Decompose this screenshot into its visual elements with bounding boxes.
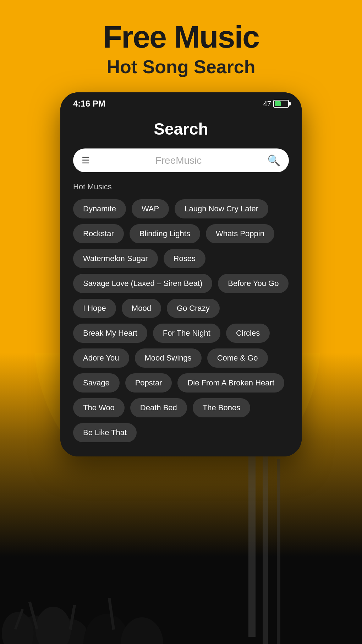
tag-item[interactable]: The Woo [73, 398, 125, 417]
tag-item[interactable]: Watermelon Sugar [73, 249, 158, 268]
tag-item[interactable]: Mood [122, 299, 161, 318]
tag-item[interactable]: For The Night [153, 324, 220, 343]
tag-item[interactable]: Die From A Broken Heart [177, 373, 284, 393]
tag-item[interactable]: Go Crazy [167, 299, 220, 318]
tag-item[interactable]: Dynamite [73, 199, 126, 218]
search-icon[interactable]: 🔍 [267, 154, 280, 167]
tag-item[interactable]: I Hope [73, 299, 116, 318]
status-battery: 47 [263, 100, 289, 108]
tag-item[interactable]: Break My Heart [73, 324, 147, 343]
tag-item[interactable]: Savage [73, 373, 120, 393]
tag-item[interactable]: Laugh Now Cry Later [175, 199, 268, 218]
tag-item[interactable]: The Bones [193, 398, 250, 417]
tag-item[interactable]: Roses [164, 249, 205, 268]
tag-item[interactable]: Be Like That [73, 423, 137, 442]
tag-item[interactable]: Whats Poppin [206, 224, 274, 243]
search-title: Search [73, 119, 289, 139]
svg-rect-5 [277, 459, 280, 644]
svg-point-10 [35, 607, 71, 644]
battery-icon [273, 100, 289, 108]
tag-item[interactable]: WAP [132, 199, 169, 218]
phone-mockup: 4:16 PM 47 Search ☰ FreeMusic 🔍 Hot Musi… [60, 92, 302, 456]
tag-item[interactable]: Before You Go [218, 274, 289, 293]
menu-icon[interactable]: ☰ [82, 155, 90, 166]
search-bar[interactable]: ☰ FreeMusic 🔍 [73, 148, 289, 172]
tag-item[interactable]: Adore You [73, 348, 129, 368]
status-time: 4:16 PM [73, 99, 105, 109]
tag-item[interactable]: Mood Swings [135, 348, 202, 368]
search-input[interactable]: FreeMusic [95, 155, 262, 166]
tag-item[interactable]: Death Bed [130, 398, 187, 417]
hot-musics-label: Hot Musics [73, 182, 289, 191]
svg-rect-4 [263, 442, 268, 644]
tag-item[interactable]: Rockstar [73, 224, 124, 243]
tag-item[interactable]: Popstar [125, 373, 172, 393]
tag-item[interactable]: Blinding Lights [130, 224, 200, 243]
battery-percent: 47 [263, 100, 271, 108]
tag-item[interactable]: Circles [226, 324, 270, 343]
tag-item[interactable]: Come & Go [207, 348, 268, 368]
svg-point-11 [2, 612, 34, 644]
tag-item[interactable]: Savage Love (Laxed – Siren Beat) [73, 274, 212, 293]
tags-container: DynamiteWAPLaugh Now Cry LaterRockstarBl… [73, 199, 289, 442]
svg-point-9 [121, 617, 163, 644]
page-subtitle: Hot Song Search [14, 56, 348, 77]
status-bar: 4:16 PM 47 [60, 92, 302, 112]
page-title: Free Music [14, 21, 348, 53]
